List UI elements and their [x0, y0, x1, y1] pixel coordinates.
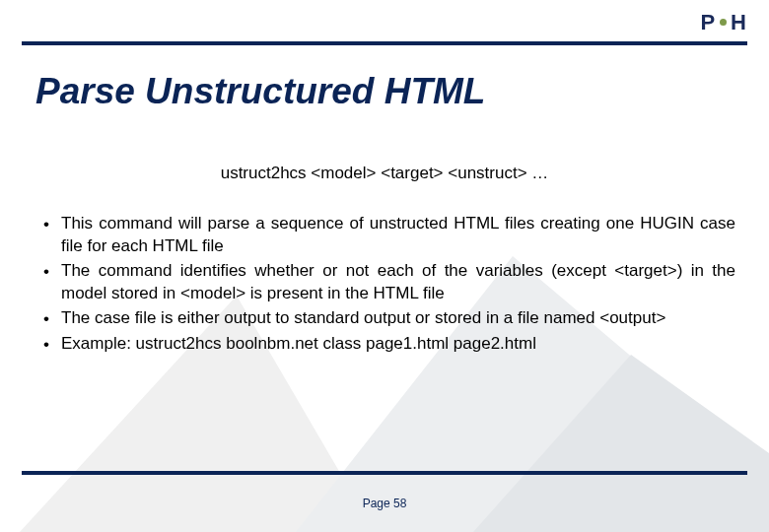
page-number: Page 58 — [0, 497, 769, 510]
logo-p2: H — [731, 10, 747, 34]
bullet-icon: • — [43, 333, 61, 357]
command-line: ustruct2hcs <model> <target> <unstruct> … — [0, 164, 769, 183]
list-item: • Example: ustruct2hcs boolnbm.net class… — [43, 333, 735, 357]
list-item: • The command identifies whether or not … — [43, 260, 735, 305]
bullet-list: • This command will parse a sequence of … — [43, 213, 735, 359]
slide: PH Parse Unstructured HTML ustruct2hcs <… — [0, 0, 769, 532]
bullet-icon: • — [43, 213, 61, 236]
bullet-text: Example: ustruct2hcs boolnbm.net class p… — [61, 333, 735, 356]
bullet-text: The case file is either output to standa… — [61, 307, 735, 330]
logo-dot-icon — [720, 19, 727, 26]
logo: PH — [700, 10, 747, 35]
bullet-text: The command identifies whether or not ea… — [61, 260, 735, 305]
top-divider — [22, 41, 747, 45]
bullet-text: This command will parse a sequence of un… — [61, 213, 735, 258]
bullet-icon: • — [43, 307, 61, 331]
list-item: • This command will parse a sequence of … — [43, 213, 735, 258]
logo-p1: P — [700, 10, 716, 34]
slide-title: Parse Unstructured HTML — [35, 71, 485, 112]
bottom-divider — [22, 471, 747, 475]
bullet-icon: • — [43, 260, 61, 284]
list-item: • The case file is either output to stan… — [43, 307, 735, 331]
